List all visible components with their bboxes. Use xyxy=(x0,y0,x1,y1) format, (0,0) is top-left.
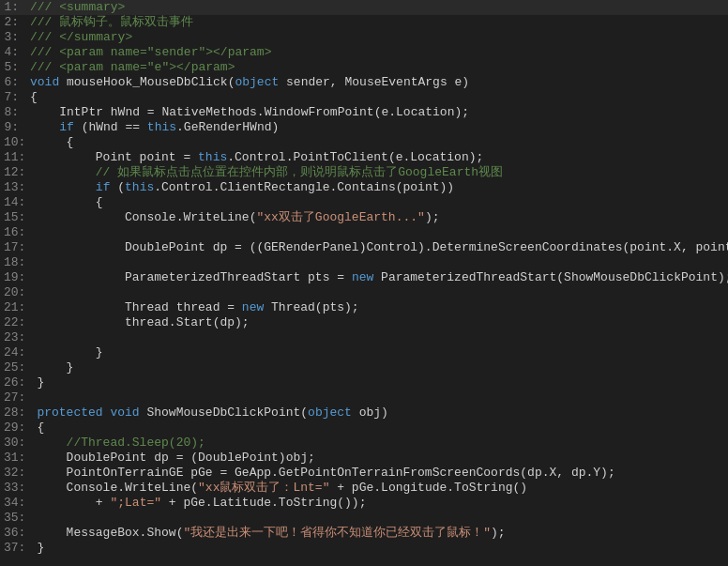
code-line: 28:protected void ShowMouseDbClickPoint(… xyxy=(0,405,728,421)
code-token: + xyxy=(37,496,110,510)
line-number: 29: xyxy=(0,421,33,436)
line-content: } xyxy=(33,360,728,375)
code-line: 36: MessageBox.Show("我还是出来一下吧！省得你不知道你已经双… xyxy=(0,526,728,541)
line-number: 33: xyxy=(0,481,33,496)
code-token: /// <param name="sender"></param> xyxy=(30,45,271,59)
code-token: PointOnTerrainGE pGe = GeApp.GetPointOnT… xyxy=(37,466,614,480)
code-token: object xyxy=(235,75,279,89)
line-content: } xyxy=(33,541,728,556)
line-content: thread.Start(dp); xyxy=(33,315,728,330)
code-token: /// xyxy=(30,15,59,29)
line-content: DoublePoint dp = (DoublePoint)obj; xyxy=(33,451,728,466)
line-content: { xyxy=(26,90,728,105)
code-line: 24: } xyxy=(0,345,728,360)
line-content: /// <param name="e"></param> xyxy=(26,60,728,75)
line-content: /// <summary> xyxy=(26,0,728,15)
code-token: } xyxy=(37,345,102,359)
code-token: protected xyxy=(37,405,102,420)
code-line: 10: { xyxy=(0,135,728,150)
code-line: 22: thread.Start(dp); xyxy=(0,315,728,330)
line-number: 5: xyxy=(0,60,26,75)
code-token: /// <summary> xyxy=(30,0,125,14)
line-content: ParameterizedThreadStart pts = new Param… xyxy=(33,270,728,285)
code-token: ParameterizedThreadStart(ShowMouseDbClic… xyxy=(373,270,728,284)
line-content: protected void ShowMouseDbClickPoint(obj… xyxy=(33,405,728,421)
code-token: ShowMouseDbClickPoint( xyxy=(140,405,308,420)
line-number: 11: xyxy=(0,150,33,165)
code-token: { xyxy=(37,195,102,209)
code-line: 11: Point point = this.Control.PointToCl… xyxy=(0,150,728,165)
line-number: 19: xyxy=(0,270,33,285)
code-token: ); xyxy=(425,210,440,224)
code-token xyxy=(37,180,95,194)
line-content: Point point = this.Control.PointToClient… xyxy=(33,150,728,165)
line-content: { xyxy=(33,195,728,210)
line-number: 37: xyxy=(0,541,33,556)
code-token: DoublePoint dp = ((GERenderPanel)Control… xyxy=(37,240,728,254)
code-line: 19: ParameterizedThreadStart pts = new P… xyxy=(0,270,728,285)
code-token: .Control.PointToClient(e.Location); xyxy=(227,150,483,164)
code-token: /// <param name="e"></param> xyxy=(30,60,235,74)
line-content: { xyxy=(33,421,728,436)
code-token: IntPtr hWnd = NativeMethods.WindowFromPo… xyxy=(30,105,469,119)
code-token: { xyxy=(37,135,73,149)
code-line: 13: if (this.Control.ClientRectangle.Con… xyxy=(0,180,728,195)
line-content: DoublePoint dp = ((GERenderPanel)Control… xyxy=(33,240,728,255)
code-line: 30: //Thread.Sleep(20); xyxy=(0,436,728,451)
line-number: 18: xyxy=(0,255,33,270)
line-number: 13: xyxy=(0,180,33,195)
code-line: 3:/// </summary> xyxy=(0,30,728,45)
code-token: this xyxy=(147,120,176,134)
code-token: //Thread.Sleep(20); xyxy=(37,436,205,450)
code-token: this xyxy=(125,180,154,194)
line-content: IntPtr hWnd = NativeMethods.WindowFromPo… xyxy=(26,105,728,120)
line-number: 25: xyxy=(0,360,33,375)
line-content: if (hWnd == this.GeRenderHWnd) xyxy=(26,120,728,135)
line-number: 23: xyxy=(0,330,33,345)
line-number: 7: xyxy=(0,90,26,105)
line-content: PointOnTerrainGE pGe = GeApp.GetPointOnT… xyxy=(33,466,728,481)
code-token: Thread thread = xyxy=(37,300,241,314)
code-line: 35: xyxy=(0,511,728,526)
code-line: 37:} xyxy=(0,541,728,556)
code-token: } xyxy=(37,360,73,375)
line-number: 28: xyxy=(0,405,33,421)
code-token: object xyxy=(308,405,352,420)
line-number: 9: xyxy=(0,120,26,135)
code-line: 33: Console.WriteLine("xx鼠标双击了：Lnt=" + p… xyxy=(0,481,728,496)
code-token: sender, MouseEventArgs e) xyxy=(279,75,469,89)
code-line: 4:/// <param name="sender"></param> xyxy=(0,45,728,60)
code-token: // 如果鼠标点击点位置在控件内部，则说明鼠标点击了GoogleEarth视图 xyxy=(37,165,503,179)
code-line: 6:void mouseHook_MouseDbClick(object sen… xyxy=(0,75,728,90)
code-token: (hWnd == xyxy=(74,120,147,134)
line-number: 31: xyxy=(0,451,33,466)
code-token: ); xyxy=(491,526,506,540)
code-token: "我还是出来一下吧！省得你不知道你已经双击了鼠标！" xyxy=(183,526,491,540)
code-line: 18: xyxy=(0,255,728,270)
code-line: 1:/// <summary> xyxy=(0,0,728,15)
code-token: ParameterizedThreadStart pts = xyxy=(37,270,351,284)
line-content: /// </summary> xyxy=(26,30,728,45)
line-number: 35: xyxy=(0,511,33,526)
code-token: void xyxy=(110,405,139,420)
code-token: MessageBox.Show( xyxy=(37,526,183,540)
code-line: 17: DoublePoint dp = ((GERenderPanel)Con… xyxy=(0,240,728,255)
code-token: Console.WriteLine( xyxy=(37,481,198,495)
code-token: new xyxy=(242,300,264,314)
line-number: 26: xyxy=(0,375,33,390)
line-content: } xyxy=(33,345,728,360)
line-number: 17: xyxy=(0,240,33,255)
line-content: void mouseHook_MouseDbClick(object sende… xyxy=(26,75,728,90)
code-token xyxy=(30,120,59,134)
code-line: 25: } xyxy=(0,360,728,375)
line-number: 16: xyxy=(0,225,33,240)
code-token: "xx双击了GoogleEarth..." xyxy=(256,210,424,224)
code-line: 31: DoublePoint dp = (DoublePoint)obj; xyxy=(0,451,728,466)
line-number: 2: xyxy=(0,15,26,30)
line-content: MessageBox.Show("我还是出来一下吧！省得你不知道你已经双击了鼠标… xyxy=(33,526,728,541)
line-number: 8: xyxy=(0,105,26,120)
code-line: 21: Thread thread = new Thread(pts); xyxy=(0,300,728,315)
code-line: 5:/// <param name="e"></param> xyxy=(0,60,728,75)
line-content: Thread thread = new Thread(pts); xyxy=(33,300,728,315)
line-number: 36: xyxy=(0,526,33,541)
